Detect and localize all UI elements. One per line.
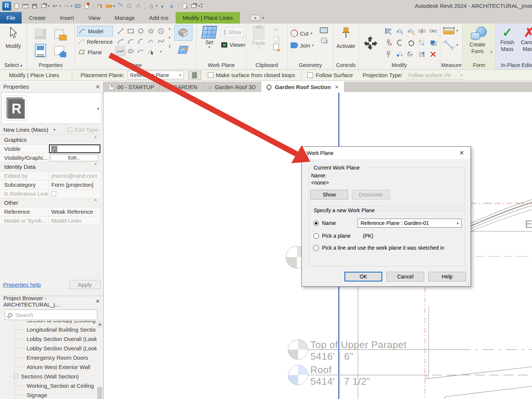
draw-on-face-icon[interactable] xyxy=(174,25,192,41)
view-tab-garden-roof-section[interactable]: Garden Roof Section ✕ xyxy=(261,82,344,92)
properties-help-link[interactable]: Properties help xyxy=(3,281,41,288)
project-browser-search[interactable] xyxy=(5,310,97,320)
placement-plane-combo[interactable]: Reference Plane▾ xyxy=(128,71,184,79)
pick-line-radio[interactable] xyxy=(313,245,319,251)
create-form-button[interactable]: Create Form ▾ xyxy=(463,26,495,55)
default-3d-view-icon[interactable]: ⌂ xyxy=(148,2,155,10)
tag-by-category-icon[interactable] xyxy=(116,2,124,10)
dialog-title-bar[interactable]: Work Plane ✕ xyxy=(302,147,471,159)
aligned-dimension-icon[interactable] xyxy=(105,2,113,10)
collapse-ribbon-dropdown-icon[interactable]: ▾ xyxy=(262,16,264,20)
redo-dropdown-icon[interactable]: ▾ xyxy=(71,4,73,8)
collapse-ribbon-button[interactable]: ▲ xyxy=(250,15,261,21)
modify-cursor-icon[interactable] xyxy=(9,27,19,40)
delete-icon[interactable] xyxy=(428,48,439,60)
tab-add-ins[interactable]: Add-Ins xyxy=(142,12,176,24)
mirror-axis-icon[interactable] xyxy=(394,25,405,37)
section-identity-data[interactable]: Identity Data ^ xyxy=(0,162,100,171)
close-view-tab-icon[interactable]: ✕ xyxy=(335,84,339,90)
combo-dropdown-icon[interactable]: ▾ xyxy=(457,221,459,225)
rotate-icon[interactable] xyxy=(405,37,416,48)
visible-checkbox[interactable]: ✓ xyxy=(51,146,57,152)
type-selector[interactable]: R ▾ xyxy=(1,92,102,124)
activate-controls-icon[interactable] xyxy=(340,27,352,42)
pick-plane-radio-label[interactable]: Pick a plane xyxy=(322,233,350,239)
search-input[interactable] xyxy=(15,312,94,318)
set-work-plane-button[interactable]: Set ▾ xyxy=(200,26,219,49)
draw-reference-button[interactable]: Reference xyxy=(77,36,113,47)
dialog-close-icon[interactable]: ✕ xyxy=(458,149,466,156)
project-browser-header[interactable]: Project Browser - ARCHITECTURAL_j... ✕ xyxy=(0,296,103,306)
project-browser-close-icon[interactable]: ✕ xyxy=(95,298,100,304)
close-hidden-windows-icon[interactable] xyxy=(83,2,91,10)
view-tab-garden-roof-3d[interactable]: ⌂ Garden Roof 3D xyxy=(203,82,261,92)
view-tab-garden[interactable]: GARDEN xyxy=(160,82,203,92)
trim-extend-multiple-icon[interactable] xyxy=(416,48,428,60)
modify-button[interactable]: Modify xyxy=(0,43,27,49)
level-marker-top-of-upper-parapet[interactable] xyxy=(288,339,308,360)
tab-manage[interactable]: Manage xyxy=(107,12,142,24)
customize-qat-icon[interactable]: ▾ xyxy=(201,4,203,9)
draw-inscribed-polygon-icon[interactable] xyxy=(136,26,146,36)
dialog-resize-grip[interactable] xyxy=(466,281,469,285)
pick-plane-radio[interactable] xyxy=(313,233,319,239)
save-icon[interactable] xyxy=(31,2,38,10)
draw-spline-icon[interactable] xyxy=(156,36,166,46)
draw-spline-through-points-icon[interactable] xyxy=(115,46,125,56)
tab-insert[interactable]: Insert xyxy=(53,12,81,24)
tab-modify-place-lines[interactable]: Modify | Place Lines xyxy=(176,12,240,24)
tree-item-section-at-canopy[interactable]: Section at Canopy (Looking xyxy=(0,321,97,325)
dimension-dropdown-icon[interactable]: ▾ xyxy=(113,4,115,8)
activate-button[interactable]: Activate xyxy=(334,43,358,49)
viewer-button[interactable]: Viewer xyxy=(221,40,246,50)
cope-icon[interactable] xyxy=(321,38,326,43)
cut-geometry-button[interactable]: Cut ▾ xyxy=(291,28,312,39)
finish-mass-button[interactable]: ✓ Finish Mass xyxy=(496,26,518,52)
tree-item-working-section-at-ceiling[interactable]: Working_Section at Ceiling xyxy=(0,381,97,390)
unpin-icon[interactable] xyxy=(383,37,394,48)
mirror-draw-icon[interactable] xyxy=(405,25,416,37)
undo-dropdown-icon[interactable]: ▾ xyxy=(60,4,61,8)
switch-windows-icon[interactable] xyxy=(190,2,198,10)
render-icon[interactable]: ◐ xyxy=(159,2,167,10)
draw-center-ends-arc-icon[interactable] xyxy=(125,36,136,46)
draw-on-work-plane-icon[interactable] xyxy=(174,42,192,58)
revit-logo[interactable]: R xyxy=(2,1,11,10)
collapse-section-icon[interactable]: ^ xyxy=(94,162,100,171)
tab-file[interactable]: File xyxy=(0,12,22,24)
apply-button[interactable]: Apply xyxy=(69,280,100,289)
paint-icon[interactable] xyxy=(428,37,439,48)
thin-lines-icon[interactable]: ≡ xyxy=(168,2,176,10)
split-element-icon[interactable] xyxy=(416,25,428,37)
draw-rectangle-icon[interactable] xyxy=(125,26,136,36)
draw-tangent-arc-icon[interactable] xyxy=(136,36,146,46)
offset-icon[interactable] xyxy=(394,37,405,48)
draw-pick-lines-icon[interactable] xyxy=(146,46,156,56)
draw-plane-button[interactable]: Plane xyxy=(77,47,113,57)
tree-scrollbar[interactable] xyxy=(97,321,103,399)
scroll-thumb[interactable] xyxy=(97,387,102,399)
match-type-properties-icon[interactable] xyxy=(416,37,428,48)
scroll-up-button[interactable] xyxy=(97,321,103,328)
ok-button[interactable]: OK xyxy=(344,272,382,281)
draw-grid-scroll[interactable]: ▴▾▾ xyxy=(167,27,172,49)
properties-header[interactable]: Properties ✕ xyxy=(0,82,103,92)
draw-point-icon[interactable] xyxy=(156,46,166,56)
type-properties-icon[interactable] xyxy=(51,43,67,58)
subcategory-value[interactable]: Form [projection] xyxy=(49,180,100,189)
follow-surface-checkbox[interactable] xyxy=(307,72,313,78)
type-name-dropdown-icon[interactable]: ▾ xyxy=(54,128,55,132)
name-radio[interactable] xyxy=(313,220,319,226)
family-types-icon[interactable] xyxy=(32,27,49,42)
type-name[interactable]: New Lines (Mass) xyxy=(0,127,48,133)
select-panel-label[interactable]: Select ▾ xyxy=(0,62,27,68)
show-placement-plane-button[interactable] xyxy=(188,71,201,80)
level-marker-roof[interactable] xyxy=(288,365,308,385)
pin-icon[interactable] xyxy=(383,48,394,60)
name-radio-label[interactable]: Name xyxy=(322,220,336,226)
pick-line-radio-label[interactable]: Pick a line and use the work plane it wa… xyxy=(322,245,444,251)
make-surface-checkbox[interactable] xyxy=(208,72,213,78)
reference-value[interactable]: Weak Reference xyxy=(49,207,100,216)
sync-dropdown-icon[interactable]: ▾ xyxy=(48,4,50,8)
tree-item-lobby-section-overall-2[interactable]: Lobby Section Overall (Look xyxy=(0,344,97,353)
